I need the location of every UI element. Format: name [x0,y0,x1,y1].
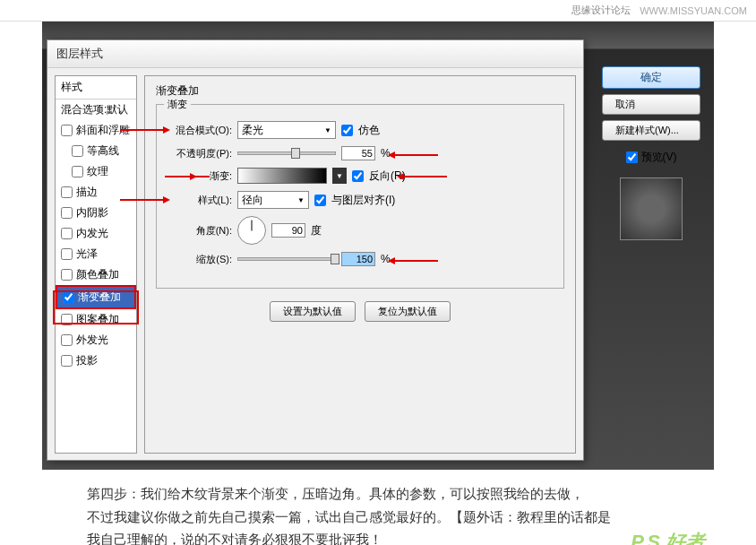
style-item[interactable]: 内发光 [56,223,136,244]
opacity-unit: % [381,147,391,160]
style-label: 光泽 [76,247,98,262]
fieldset-legend: 渐变 [164,98,191,111]
style-checkbox[interactable] [61,125,73,136]
opacity-label: 不透明度(P): [169,147,232,160]
reset-default-button[interactable]: 复位为默认值 [365,301,451,322]
style-label: 描边 [76,185,98,200]
angle-unit: 度 [311,223,322,238]
settings-panel: 渐变叠加 渐变 混合模式(O): 柔光 ▼ 仿色 [144,75,576,454]
style-label: 投影 [76,353,98,368]
panel-title: 渐变叠加 [156,83,564,99]
style-checkbox[interactable] [61,334,73,346]
reverse-checkbox[interactable] [352,170,364,182]
style-select[interactable]: 径向 ▼ [237,191,309,209]
style-checkbox[interactable] [72,166,83,177]
style-item[interactable]: 等高线 [56,141,136,161]
align-label: 与图层对齐(I) [331,193,395,208]
site-name: 思缘设计论坛 [571,4,631,17]
style-label: 外发光 [76,333,108,348]
style-label: 斜面和浮雕 [76,123,130,138]
angle-input[interactable] [271,223,305,238]
angle-dial[interactable] [237,216,266,245]
cancel-button[interactable]: 取消 [602,94,700,115]
style-label: 等高线 [87,143,119,159]
scale-unit: % [381,253,391,265]
gradient-dropdown-icon[interactable]: ▼ [332,168,347,184]
style-item[interactable]: 渐变叠加 [56,285,136,309]
tutorial-caption: 第四步：我们给木纹背景来个渐变，压暗边角。具体的参数，可以按照我给的去做， 不过… [42,470,714,545]
caption-line2: 不过我建议你做之前先自己摸索一篇，试出自己感觉最好的。【题外话：教程里的话都是 [87,506,669,529]
layer-style-dialog: 图层样式 样式 混合选项:默认 斜面和浮雕等高线纹理描边内阴影内发光光泽颜色叠加… [47,39,584,461]
style-checkbox[interactable] [61,314,73,325]
preview-label: 预览(V) [641,150,677,165]
style-label: 样式(L): [169,194,232,207]
style-checkbox[interactable] [61,355,73,367]
caption-line3: 我自己理解的，说的不对请务必狠狠不要批评我！ [87,528,669,545]
dither-label: 仿色 [358,123,380,138]
reverse-label: 反向(R) [369,169,406,184]
angle-label: 角度(N): [169,224,232,238]
style-checkbox[interactable] [61,207,73,219]
scale-input[interactable] [341,252,375,266]
blend-mode-label: 混合模式(O): [169,124,232,137]
style-label: 纹理 [87,164,108,179]
set-default-button[interactable]: 设置为默认值 [270,301,356,322]
dialog-title-text: 图层样式 [56,46,103,62]
style-checkbox[interactable] [72,145,83,157]
blend-options[interactable]: 混合选项:默认 [56,99,136,120]
right-panel: 确定 取消 新建样式(W)... 预览(V) [602,66,700,240]
style-item[interactable]: 纹理 [56,161,136,182]
style-item[interactable]: 斜面和浮雕 [56,120,136,141]
style-label: 颜色叠加 [76,267,119,282]
screenshot-background: X 图层样式 样式 混合选项:默认 斜面和浮雕等高线纹理描边内阴影内发光光泽颜色… [42,22,714,470]
style-checkbox[interactable] [61,186,73,198]
style-item[interactable]: 投影 [56,350,136,371]
top-bar: 思缘设计论坛 WWW.MISSYUAN.COM [0,0,756,22]
scale-slider[interactable] [237,257,336,261]
style-item[interactable]: 颜色叠加 [56,264,136,285]
dither-checkbox[interactable] [341,125,353,136]
site-url: WWW.MISSYUAN.COM [640,5,747,16]
blend-mode-select[interactable]: 柔光 ▼ [237,121,336,139]
chevron-down-icon: ▼ [297,196,305,204]
style-label: 内发光 [76,226,108,241]
style-list: 样式 混合选项:默认 斜面和浮雕等高线纹理描边内阴影内发光光泽颜色叠加渐变叠加图… [55,75,137,454]
gradient-swatch[interactable] [237,168,327,184]
chevron-down-icon: ▼ [324,126,331,134]
style-item[interactable]: 描边 [56,182,136,203]
watermark: P.S 好者 [631,525,705,545]
preview-swatch [620,177,683,240]
opacity-input[interactable] [341,146,375,160]
style-header[interactable]: 样式 [56,76,136,99]
style-item[interactable]: 光泽 [56,244,136,264]
style-item[interactable]: 图案叠加 [56,309,136,330]
style-label: 渐变叠加 [78,290,121,305]
style-item[interactable]: 内阴影 [56,203,136,223]
caption-line1: 第四步：我们给木纹背景来个渐变，压暗边角。具体的参数，可以按照我给的去做， [87,482,669,506]
ok-button[interactable]: 确定 [602,66,700,89]
dialog-title: 图层样式 [47,40,583,68]
style-item[interactable]: 外发光 [56,330,136,350]
opacity-slider[interactable] [237,151,336,155]
scale-label: 缩放(S): [169,253,232,266]
align-checkbox[interactable] [314,195,326,206]
style-checkbox[interactable] [61,228,73,239]
style-checkbox[interactable] [61,269,73,281]
style-checkbox[interactable] [63,291,74,303]
gradient-label: 渐变: [169,169,232,183]
style-label: 图案叠加 [76,312,119,327]
style-label: 内阴影 [76,205,108,221]
preview-checkbox[interactable] [626,151,638,163]
style-checkbox[interactable] [61,248,73,260]
new-style-button[interactable]: 新建样式(W)... [602,120,700,141]
